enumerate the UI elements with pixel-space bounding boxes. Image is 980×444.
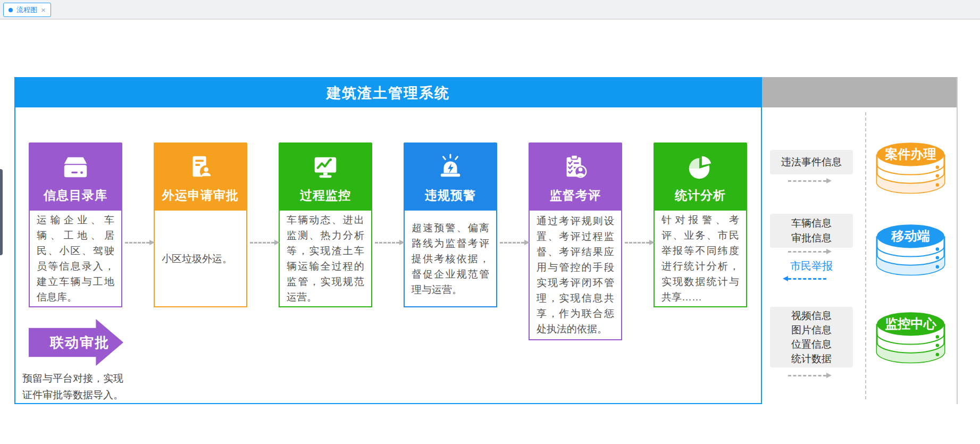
- database-case-handling: 案件办理: [873, 140, 948, 195]
- info-box-line: 位置信息: [791, 337, 832, 351]
- document-user-icon: [186, 153, 215, 181]
- close-icon[interactable]: ×: [41, 6, 46, 14]
- tab-flowchart[interactable]: 流程图 ×: [3, 3, 51, 17]
- database-cylinder-icon: 移动端: [873, 222, 948, 277]
- card-process-monitoring: 过程监控 车辆动态、进出监测、热力分析等，实现渣土车辆运输全过程的监管，实现规范…: [279, 143, 372, 307]
- system-title: 建筑渣土管理系统: [326, 83, 450, 103]
- card-title: 信息目录库: [44, 187, 107, 204]
- info-box-line: 视频信息: [791, 308, 832, 323]
- card-supervision-evaluation: 监督考评 通过考评规则设置、考评过程监督、考评结果应用与管控的手段实现考评闭环管…: [529, 143, 622, 340]
- card-header: 外运申请审批: [154, 143, 247, 211]
- card-header: 信息目录库: [29, 143, 122, 211]
- flow-arrow-icon: [375, 242, 399, 244]
- flow-arrow-icon: [125, 242, 149, 244]
- dashed-divider: [865, 112, 866, 399]
- card-title: 外运申请审批: [162, 187, 239, 204]
- citizen-report-label: 市民举报: [770, 259, 853, 273]
- database-cylinder-icon: 案件办理: [873, 140, 948, 195]
- siren-icon: [436, 153, 465, 181]
- card-description: 通过考评规则设置、考评过程监督、考评结果应用与管控的手段实现考评闭环管理，实现信…: [537, 213, 614, 337]
- linkage-approval-label: 联动审批: [50, 333, 110, 352]
- flowchart-canvas: 建筑渣土管理系统 信息目录库 运输企业、车辆、工地、居民、小区、驾驶员等信息录入…: [14, 77, 958, 404]
- card-title: 违规预警: [425, 187, 476, 204]
- info-box-vehicle-approval: 车辆信息 审批信息: [770, 214, 853, 248]
- card-violation-warning: 违规预警 超速预警、偏离路线为监督考评提供考核依据，督促企业规范管理与运营。: [404, 143, 497, 307]
- card-description: 小区垃圾外运。: [162, 251, 239, 266]
- archive-box-icon: [61, 153, 90, 181]
- info-box-line: 审批信息: [791, 231, 832, 246]
- card-info-catalog: 信息目录库 运输企业、车辆、工地、居民、小区、驾驶员等信息录入，建立车辆与工地信…: [29, 143, 122, 307]
- flow-arrow-icon: [250, 242, 274, 244]
- info-box-media-data: 视频信息 图片信息 位置信息 统计数据: [770, 307, 853, 367]
- card-body: 通过考评规则设置、考评过程监督、考评结果应用与管控的手段实现考评闭环管理，实现信…: [529, 211, 622, 340]
- database-label: 移动端: [891, 229, 929, 243]
- page: { "tab_bar": { "tab_label": "流程图", "clos…: [0, 0, 980, 444]
- pie-chart-icon: [686, 153, 715, 181]
- tab-bar: 流程图 ×: [0, 0, 980, 20]
- linkage-approval-note: 预留与平台对接，实现 证件审批等数据导入。: [22, 370, 123, 403]
- card-body: 小区垃圾外运。: [154, 211, 247, 307]
- card-title: 过程监控: [300, 187, 351, 204]
- database-label: 案件办理: [885, 147, 936, 161]
- database-monitoring-center: 监控中心: [873, 310, 948, 365]
- card-description: 针对报警、考评、业务、市民举报等不同纬度进行统计分析，实现数据统计与共享……: [661, 212, 739, 305]
- clipboard-user-icon: [561, 153, 590, 181]
- flow-arrow-icon: [788, 375, 826, 376]
- card-description: 车辆动态、进出监测、热力分析等，实现渣土车辆运输全过程的监管，实现规范运营。: [287, 212, 364, 305]
- card-header: 违规预警: [404, 143, 497, 211]
- card-title: 统计分析: [675, 187, 726, 204]
- info-box-line: 车辆信息: [791, 216, 832, 231]
- flow-arrow-icon: [625, 242, 649, 244]
- card-body: 针对报警、考评、业务、市民举报等不同纬度进行统计分析，实现数据统计与共享……: [654, 211, 747, 307]
- flow-arrow-icon: [788, 251, 826, 253]
- card-body: 超速预警、偏离路线为监督考评提供考核依据，督促企业规范管理与运营。: [404, 211, 497, 307]
- card-header: 统计分析: [654, 143, 747, 211]
- card-description: 运输企业、车辆、工地、居民、小区、驾驶员等信息录入，建立车辆与工地信息库。: [37, 212, 114, 305]
- flow-arrow-icon: [788, 180, 826, 182]
- database-cylinder-icon: 监控中心: [873, 310, 948, 365]
- info-box-line: 图片信息: [791, 323, 832, 337]
- card-body: 车辆动态、进出监测、热力分析等，实现渣土车辆运输全过程的监管，实现规范运营。: [279, 211, 372, 307]
- output-panel-header: [762, 77, 957, 107]
- card-outbound-approval: 外运申请审批 小区垃圾外运。: [154, 143, 247, 307]
- tab-label: 流程图: [16, 5, 37, 15]
- sidebar-drag-handle[interactable]: [0, 169, 3, 255]
- card-body: 运输企业、车辆、工地、居民、小区、驾驶员等信息录入，建立车辆与工地信息库。: [29, 211, 122, 307]
- info-box-line: 违法事件信息: [781, 155, 842, 169]
- flow-arrow-icon: [500, 242, 524, 244]
- card-header: 监督考评: [529, 143, 622, 211]
- citizen-report-arrow-icon: [788, 278, 826, 280]
- card-statistics-analysis: 统计分析 针对报警、考评、业务、市民举报等不同纬度进行统计分析，实现数据统计与共…: [654, 143, 747, 307]
- database-mobile: 移动端: [873, 222, 948, 277]
- card-title: 监督考评: [550, 187, 601, 204]
- card-header: 过程监控: [279, 143, 372, 211]
- active-tab-dot-icon: [9, 8, 13, 12]
- monitor-chart-icon: [311, 153, 340, 181]
- info-box-illegal-events: 违法事件信息: [770, 150, 853, 174]
- card-description: 超速预警、偏离路线为监督考评提供考核依据，督促企业规范管理与运营。: [412, 220, 489, 297]
- database-label: 监控中心: [885, 316, 936, 331]
- system-title-bar: 建筑渣土管理系统: [15, 78, 761, 107]
- info-box-line: 统计数据: [791, 351, 832, 366]
